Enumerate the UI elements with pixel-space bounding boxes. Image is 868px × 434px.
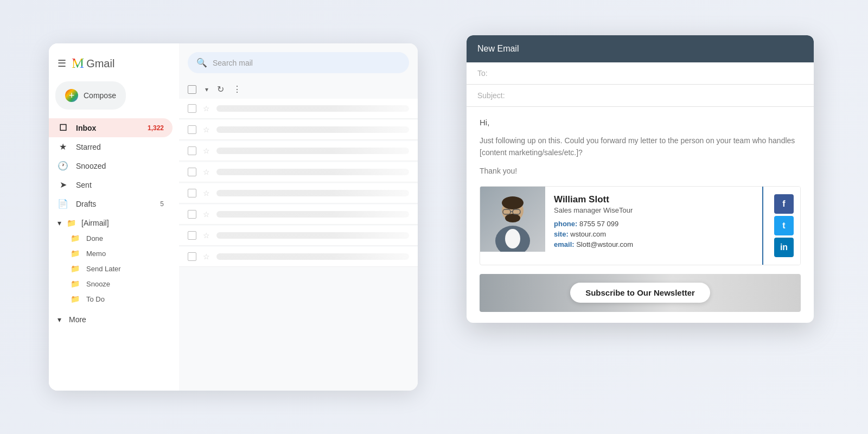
inbox-icon: ☐ [58,123,68,133]
gmail-text-logo: Gmail [86,58,114,70]
sidebar-item-drafts[interactable]: 📄 Drafts 5 [49,194,173,213]
linkedin-button[interactable]: in [774,238,794,257]
snooze-label: Snooze [86,280,110,288]
subject-field[interactable]: Subject: [467,85,814,107]
more-options-icon[interactable]: ⋮ [233,84,241,94]
newsletter-button[interactable]: Subscribe to Our Newsletter [570,283,710,303]
svg-point-8 [505,229,520,248]
table-row[interactable]: ☆ [179,162,418,182]
subfolder-snooze[interactable]: 📁 Snooze [49,276,179,291]
airmail-folder-header[interactable]: ▾ 📁 [Airmail] [49,215,179,231]
airmail-folder-icon: 📁 [67,219,76,227]
facebook-button[interactable]: f [774,194,794,214]
done-label: Done [86,234,103,242]
to-field[interactable]: To: [467,62,814,85]
compose-label: Compose [84,91,116,100]
star-icon[interactable]: ☆ [203,168,210,176]
svg-point-3 [505,214,520,222]
site-value: wstour.com [570,230,606,238]
table-row[interactable]: ☆ [179,99,418,119]
table-row[interactable]: ☆ [179,141,418,161]
airmail-label: [Airmail] [81,219,109,227]
compose-button[interactable]: + Compose [55,81,126,110]
table-row[interactable]: ☆ [179,205,418,225]
email-value: Slott@wstour.com [576,240,633,248]
hamburger-icon[interactable]: ☰ [58,58,66,69]
email-list: ☆ ☆ ☆ ☆ ☆ [179,99,418,391]
search-input[interactable]: Search mail [213,59,253,67]
drafts-label: Drafts [76,200,96,208]
email-preview [216,190,409,196]
table-row[interactable]: ☆ [179,183,418,203]
star-icon[interactable]: ☆ [203,210,210,219]
subfolder-send-later[interactable]: 📁 Send Later [49,261,179,276]
sig-name: William Slott [554,194,749,205]
body-thanks: Thank you! [480,167,801,175]
row-checkbox[interactable] [188,189,196,197]
email-preview [216,105,409,112]
snooze-folder-icon: 📁 [71,279,80,288]
body-greeting: Hi, [480,118,801,127]
gmail-sidebar: ☰ M Gmail + Compose ☐ Inbox 1,322 ★ Star… [49,43,179,391]
gmail-panel: ☰ M Gmail + Compose ☐ Inbox 1,322 ★ Star… [49,43,418,391]
email-preview [216,253,409,260]
row-checkbox[interactable] [188,125,196,134]
star-icon: ★ [58,142,68,152]
svg-point-2 [502,196,524,209]
phone-value: 8755 57 099 [579,220,618,228]
clock-icon: 🕐 [58,161,68,171]
newsletter-banner: Subscribe to Our Newsletter [480,274,801,312]
chevron-down-more-icon: ▾ [58,315,61,324]
table-row[interactable]: ☆ [179,120,418,140]
star-icon[interactable]: ☆ [203,146,210,155]
row-checkbox[interactable] [188,104,196,113]
row-checkbox[interactable] [188,168,196,176]
signature-photo [480,187,545,252]
star-icon[interactable]: ☆ [203,104,210,113]
body-paragraph: Just following up on this. Could you for… [480,135,801,159]
subfolder-todo[interactable]: 📁 To Do [49,291,179,307]
row-checkbox[interactable] [188,146,196,155]
sidebar-item-sent[interactable]: ➤ Sent [49,175,173,194]
star-icon[interactable]: ☆ [203,231,210,240]
signature-info: William Slott Sales manager WiseTour pho… [545,187,758,265]
email-preview [216,211,409,218]
email-signature: William Slott Sales manager WiseTour pho… [480,186,801,265]
table-row[interactable]: ☆ [179,226,418,246]
sidebar-item-more[interactable]: ▾ More [49,311,173,328]
drafts-badge: 5 [160,200,164,208]
row-checkbox[interactable] [188,210,196,219]
search-icon: 🔍 [196,58,207,68]
sig-title: Sales manager WiseTour [554,206,749,214]
refresh-icon[interactable]: ↻ [217,84,224,94]
email-preview [216,169,409,175]
sig-site: site: wstour.com [554,230,749,238]
sidebar-item-starred[interactable]: ★ Starred [49,137,173,156]
select-all-checkbox[interactable] [188,85,196,94]
table-row[interactable]: ☆ [179,247,418,267]
dropdown-arrow-icon[interactable]: ▾ [205,86,208,93]
done-folder-icon: 📁 [71,234,80,242]
row-checkbox[interactable] [188,231,196,240]
phone-label: phone: [554,220,577,228]
sidebar-item-inbox[interactable]: ☐ Inbox 1,322 [49,118,173,137]
chevron-down-icon: ▾ [58,219,61,227]
gmail-main: 🔍 Search mail ▾ ↻ ⋮ ☆ ☆ ☆ [179,43,418,391]
send-later-label: Send Later [86,265,121,273]
email-preview [216,148,409,154]
star-icon[interactable]: ☆ [203,125,210,134]
star-icon[interactable]: ☆ [203,252,210,261]
star-icon[interactable]: ☆ [203,189,210,197]
search-bar[interactable]: 🔍 Search mail [188,52,409,73]
row-checkbox[interactable] [188,252,196,261]
compose-body: Hi, Just following up on this. Could you… [467,107,814,323]
to-label: To: [477,69,488,78]
todo-folder-icon: 📁 [71,295,80,303]
subfolder-done[interactable]: 📁 Done [49,231,179,246]
subfolder-memo[interactable]: 📁 Memo [49,246,179,261]
sidebar-item-snoozed[interactable]: 🕐 Snoozed [49,156,173,175]
twitter-button[interactable]: t [774,216,794,235]
sig-phone: phone: 8755 57 099 [554,220,749,228]
person-avatar [480,187,545,252]
email-preview [216,126,409,133]
